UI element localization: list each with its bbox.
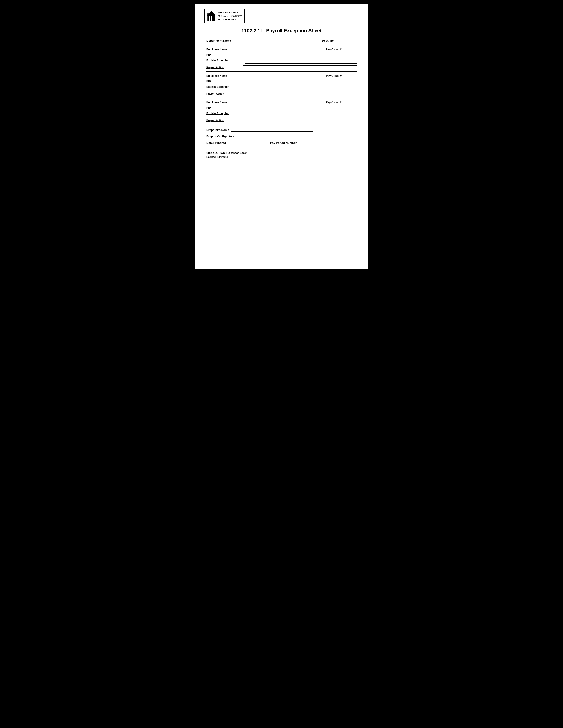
pay-group-line-3 — [343, 104, 357, 104]
svg-rect-7 — [207, 21, 216, 21]
explain-row-1: Explain Exception — [206, 59, 357, 62]
action-line-2a — [243, 92, 357, 92]
payroll-action-label-2: Payroll Action — [206, 92, 243, 95]
pid-row-1: PID — [206, 53, 357, 56]
action-line-1b — [243, 68, 357, 68]
footer-line2: Revised: 10/1/2014 — [206, 155, 357, 159]
pay-group-label-1: Pay Group # — [326, 48, 342, 51]
svg-rect-4 — [213, 16, 214, 21]
pay-group-line-1 — [343, 51, 357, 51]
explain-line-3 — [245, 115, 357, 115]
emp-name-label-1: Employee Name — [206, 48, 233, 51]
dept-row: Department Name Dept. No. — [204, 39, 359, 42]
date-row: Date Prepared Pay Period Number — [206, 141, 357, 144]
explain-label-1: Explain Exception — [206, 59, 243, 62]
logo-box: THE UNIVERSITY of NORTH CAROLINA at CHAP… — [204, 9, 245, 23]
payroll-action-lines-3 — [243, 118, 357, 122]
employee-section-2: Employee Name Pay Group # PID Explain Ex… — [204, 74, 359, 95]
divider-2 — [206, 71, 357, 72]
logo-text: THE UNIVERSITY of NORTH CAROLINA at CHAP… — [218, 11, 242, 21]
divider-top — [206, 45, 357, 45]
footer-line1: 1102.2.1f - Payroll Exception Sheet — [206, 151, 357, 155]
pid-label-1: PID — [206, 53, 233, 56]
payroll-action-block-1: Payroll Action — [206, 65, 357, 69]
explain-row-2: Explain Exception — [206, 85, 357, 88]
emp-name-label-2: Employee Name — [206, 74, 233, 77]
explain-extra-line-1 — [245, 63, 357, 64]
pid-line-3 — [235, 109, 275, 109]
pid-row-2: PID — [206, 80, 357, 83]
emp-name-line-3 — [235, 104, 322, 104]
divider-3 — [206, 98, 357, 98]
svg-rect-1 — [208, 16, 209, 21]
preparers-name-row: Preparer's Name — [206, 128, 357, 132]
preparers-name-line — [231, 131, 313, 132]
emp-name-row-1: Employee Name Pay Group # — [206, 48, 357, 51]
emp-name-label-3: Employee Name — [206, 101, 233, 104]
payroll-action-block-3: Payroll Action — [206, 118, 357, 122]
svg-rect-3 — [212, 16, 213, 21]
dept-name-line — [233, 42, 315, 42]
pay-group-label-3: Pay Group # — [326, 101, 342, 104]
action-line-1a — [243, 65, 357, 66]
payroll-action-label-3: Payroll Action — [206, 118, 243, 122]
explain-label-2: Explain Exception — [206, 85, 243, 88]
footer: 1102.2.1f - Payroll Exception Sheet Revi… — [204, 151, 359, 159]
header: THE UNIVERSITY of NORTH CAROLINA at CHAP… — [204, 9, 359, 23]
payroll-action-block-2: Payroll Action — [206, 92, 357, 95]
pay-period-label: Pay Period Number — [270, 141, 297, 144]
explain-extra-1 — [206, 63, 357, 64]
pid-label-2: PID — [206, 80, 233, 83]
explain-extra-2 — [206, 90, 357, 90]
pid-line-1 — [235, 56, 275, 56]
payroll-action-lines-1 — [243, 65, 357, 69]
pid-label-3: PID — [206, 106, 233, 109]
date-prepared-label: Date Prepared — [206, 141, 226, 144]
explain-row-3: Explain Exception — [206, 112, 357, 115]
svg-rect-5 — [207, 15, 215, 16]
dept-name-label: Department Name — [206, 39, 231, 42]
action-line-3b — [243, 121, 357, 121]
explain-label-3: Explain Exception — [206, 112, 243, 115]
page-title: 1102.2.1f - Payroll Exception Sheet — [204, 28, 359, 34]
explain-line-1 — [245, 62, 357, 62]
dept-no-line — [337, 42, 357, 42]
pay-group-label-2: Pay Group # — [326, 74, 342, 77]
employee-section-1: Employee Name Pay Group # PID Explain Ex… — [204, 48, 359, 69]
preparers-sig-label: Preparer's Signature — [206, 135, 234, 138]
pid-row-3: PID — [206, 106, 357, 109]
payroll-action-label-1: Payroll Action — [206, 65, 243, 69]
emp-name-line-1 — [235, 51, 322, 51]
preparers-name-label: Preparer's Name — [206, 128, 229, 132]
page: THE UNIVERSITY of NORTH CAROLINA at CHAP… — [195, 4, 368, 269]
emp-name-row-3: Employee Name Pay Group # — [206, 101, 357, 104]
payroll-action-lines-2 — [243, 92, 357, 95]
unc-logo-icon — [207, 11, 216, 22]
explain-extra-line-2 — [245, 90, 357, 90]
svg-rect-2 — [210, 16, 211, 21]
dept-no-label: Dept. No. — [322, 39, 335, 42]
footer-text: 1102.2.1f - Payroll Exception Sheet Revi… — [206, 151, 357, 159]
preparers-sig-row: Preparer's Signature — [206, 135, 357, 138]
bottom-section: Preparer's Name Preparer's Signature Dat… — [204, 128, 359, 144]
emp-name-row-2: Employee Name Pay Group # — [206, 74, 357, 77]
employee-section-3: Employee Name Pay Group # PID Explain Ex… — [204, 101, 359, 122]
